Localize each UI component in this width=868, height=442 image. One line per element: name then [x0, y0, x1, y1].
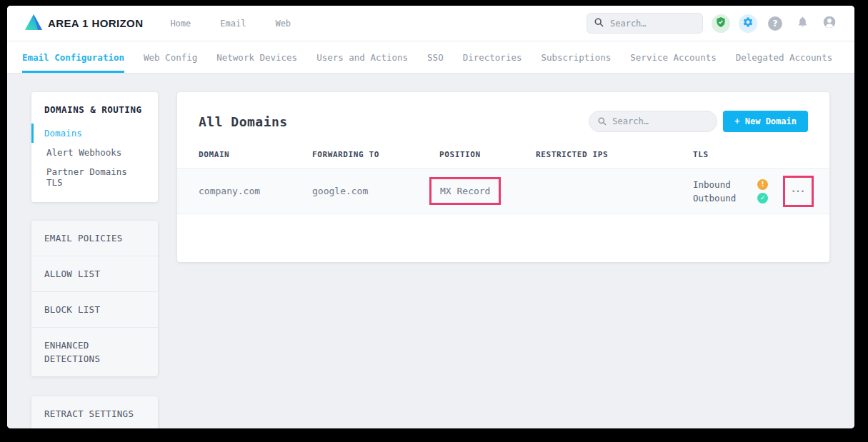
tab-directories[interactable]: Directories: [463, 41, 522, 73]
retract-settings-card: RETRACT SETTINGS: [31, 396, 158, 428]
account-button[interactable]: [820, 14, 839, 33]
nav-email[interactable]: Email: [220, 19, 246, 29]
notifications-button[interactable]: [793, 14, 812, 33]
tab-network-devices[interactable]: Network Devices: [216, 41, 297, 73]
sidebar: DOMAINS & ROUTING Domains Alert Webhooks…: [31, 92, 158, 428]
logo-text: AREA 1 HORIZON: [48, 17, 143, 29]
help-button[interactable]: ?: [766, 14, 784, 33]
nav-home[interactable]: Home: [170, 19, 191, 29]
tls-inbound-label: Inbound: [693, 179, 744, 190]
tab-web-config[interactable]: Web Config: [144, 41, 197, 73]
cell-forwarding-to: google.com: [312, 186, 439, 196]
card-header: All Domains + New Domain: [177, 92, 829, 146]
tls-outbound-check-icon: ✓: [757, 193, 768, 204]
tls-outbound-label: Outbound: [693, 193, 744, 204]
sidebar-item-enhanced-detections[interactable]: ENHANCED DETECTIONS: [31, 327, 158, 376]
sidebar-item-block-list[interactable]: BLOCK LIST: [31, 291, 158, 327]
position-value: MX Record: [440, 186, 490, 196]
content-area: DOMAINS & ROUTING Domains Alert Webhooks…: [7, 74, 854, 428]
logo[interactable]: AREA 1 HORIZON: [24, 14, 143, 34]
main-area: All Domains + New Domain DOMAIN: [177, 92, 829, 428]
sidebar-item-partner-domains-tls[interactable]: Partner Domains TLS: [31, 162, 158, 192]
top-bar: AREA 1 HORIZON Home Email Web: [7, 6, 854, 41]
col-header-position: POSITION: [439, 150, 536, 159]
new-domain-button[interactable]: + New Domain: [723, 111, 808, 132]
table-header-row: DOMAIN FORWARDING TO POSITION RESTRICTED…: [177, 146, 829, 162]
cell-domain: company.com: [199, 186, 312, 196]
domains-search[interactable]: [589, 111, 717, 132]
gear-icon: [742, 16, 754, 31]
settings-button[interactable]: [739, 14, 757, 33]
sidebar-item-email-policies[interactable]: EMAIL POLICIES: [31, 221, 158, 256]
col-header-restricted-ips: RESTRICTED IPS: [536, 150, 693, 159]
search-icon: [594, 16, 604, 30]
tab-users-and-actions[interactable]: Users and Actions: [316, 41, 408, 73]
tab-service-accounts[interactable]: Service Accounts: [630, 41, 716, 73]
highlight-box-position: MX Record: [429, 177, 501, 205]
tls-inbound-warning-icon: !: [757, 179, 768, 190]
tab-sso[interactable]: SSO: [427, 41, 444, 73]
page-title: All Domains: [199, 114, 288, 129]
table-row[interactable]: company.com google.com MX Record Inbound…: [177, 168, 829, 214]
nav-web[interactable]: Web: [275, 19, 291, 29]
sidebar-item-retract-settings[interactable]: RETRACT SETTINGS: [31, 396, 158, 428]
col-header-domain: DOMAIN: [199, 150, 312, 159]
sidebar-item-domains[interactable]: Domains: [31, 124, 158, 143]
top-bar-right: ?: [587, 13, 839, 34]
tab-email-configuration[interactable]: Email Configuration: [22, 41, 124, 73]
col-header-tls: TLS: [693, 150, 783, 159]
all-domains-card: All Domains + New Domain DOMAIN: [177, 92, 829, 262]
domains-routing-title: DOMAINS & ROUTING: [31, 104, 158, 115]
bell-icon: [797, 16, 809, 31]
highlight-box-actions: •••: [783, 176, 814, 207]
top-nav: Home Email Web: [170, 19, 291, 29]
sidebar-item-alert-webhooks[interactable]: Alert Webhooks: [31, 143, 158, 162]
app-window: AREA 1 HORIZON Home Email Web: [7, 6, 854, 428]
policy-sections-card: EMAIL POLICIES ALLOW LIST BLOCK LIST ENH…: [31, 221, 158, 376]
col-header-forwarding-to: FORWARDING TO: [312, 150, 439, 159]
user-icon: [822, 15, 837, 32]
security-status-button[interactable]: [712, 14, 730, 33]
domains-search-input[interactable]: [612, 116, 708, 126]
domains-routing-card: DOMAINS & ROUTING Domains Alert Webhooks…: [31, 92, 158, 202]
global-search-input[interactable]: [610, 19, 695, 29]
cell-position: MX Record: [439, 177, 536, 205]
cell-actions: •••: [783, 176, 814, 207]
tab-subscriptions[interactable]: Subscriptions: [541, 41, 611, 73]
search-icon: [598, 115, 607, 129]
triangle-logo-icon: [24, 14, 43, 34]
question-icon: ?: [768, 16, 782, 31]
cell-tls: Inbound ! Outbound ✓: [693, 179, 783, 204]
shield-check-icon: [715, 16, 727, 31]
row-actions-button[interactable]: •••: [792, 188, 805, 195]
config-tab-bar: Email Configuration Web Config Network D…: [7, 41, 854, 74]
tab-delegated-accounts[interactable]: Delegated Accounts: [736, 41, 832, 73]
global-search[interactable]: [587, 13, 703, 34]
sidebar-item-allow-list[interactable]: ALLOW LIST: [31, 256, 158, 291]
